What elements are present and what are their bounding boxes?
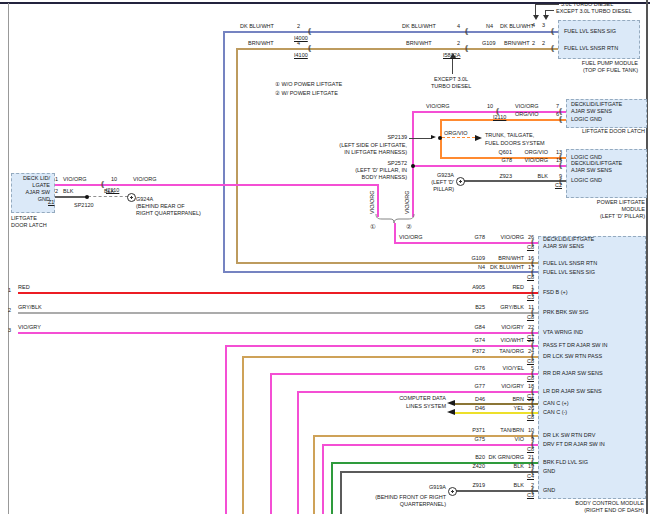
module-pin-connector-icon — [531, 486, 533, 493]
latch-right-pin7-name-l1: DECKLID/LIFTGATE — [571, 101, 622, 108]
wire-vioyel-h — [270, 373, 538, 375]
feed3-number: 3 — [8, 327, 11, 334]
latch-right-color2: VIO/ORG — [515, 103, 539, 110]
latch-right-org-color: ORG/VIO — [515, 111, 539, 118]
sig-pin4-label: 3 — [542, 22, 545, 29]
bcm-row-pin-name: VTA WRNG IND — [543, 329, 583, 336]
diesel-bracket1-h — [535, 4, 559, 5]
wire-red-feed — [18, 292, 538, 294]
fuel-sig-pin-name: FUEL LVL SENS SIG — [564, 28, 616, 35]
rtn-color3-label: BRN/WHT — [504, 40, 530, 47]
inline-connector-icon — [308, 27, 310, 34]
splice-sp2572-label: SP2572 — [347, 160, 407, 167]
module-pin-connector-icon — [531, 268, 533, 275]
bcm-row-pin-name: GND — [543, 468, 555, 475]
module-pin-connector-icon — [531, 308, 533, 315]
legend-line2: ② W/ POWER LIFTGATE — [275, 90, 338, 97]
rtn-pin1-label: 4 — [297, 40, 300, 47]
rtn-pin2-label: 2 — [457, 40, 460, 47]
wire-vioorg-to-latch-right — [412, 111, 566, 113]
bcm-row-pin-name: DECKLID/LIFTGATE — [543, 236, 594, 243]
wire-tanorg-h — [242, 356, 538, 358]
ground-g919a-loc1: (BEHIND FRONT OF RIGHT — [360, 494, 446, 501]
splice-sp2572-loc2: BODY HARNESS) — [330, 174, 407, 181]
frame-right-border — [646, 0, 648, 514]
module-pin-connector-icon — [531, 238, 533, 245]
wire-viogry2-h — [297, 391, 538, 393]
rtn-pin3-label: 2 — [532, 40, 535, 47]
trunk-system-note-l2: FUEL DOORS SYSTEM — [485, 140, 545, 147]
bcm-module-location: (RIGHT END OF DASH) — [544, 507, 644, 514]
rtn-color1-label: BRN/WHT — [248, 40, 274, 47]
bcm-row-pin-name: DR LCK SW RTN PASS — [543, 353, 602, 360]
bcm-row-pin-name: PASS FT DR AJAR SW IN — [543, 342, 608, 349]
module-pin-connector-icon — [559, 107, 561, 114]
wire-viogry-feed — [18, 332, 538, 334]
plm-r15-pin-name-l2: AJAR SW SENS — [571, 167, 612, 174]
wire-brnwht-vertical — [236, 48, 238, 263]
bcm-row-pin-name2: AJAR SW SENS — [543, 243, 584, 250]
inline-connector-icon — [308, 44, 310, 51]
rtn-circuit-label: G109 — [482, 40, 495, 47]
latch-right-pin7-name-l2: AJAR SW SENS — [571, 108, 612, 115]
module-pin-connector-icon — [559, 177, 561, 184]
wire-dkbluwht-top — [223, 31, 558, 33]
wire-z420-v — [340, 471, 342, 514]
latch-left-module-name-l1: LIFTGATE — [11, 215, 37, 222]
feed1-number: 1 — [8, 287, 11, 294]
latch-left-pin-name-1: DECK LID/ — [12, 175, 50, 182]
computer-data-note-l2: LINES SYSTEM — [366, 403, 446, 410]
bcm-row-pin-name: FSD B (+) — [543, 289, 568, 296]
sig-pin3-label: 4 — [532, 22, 535, 29]
branch2-color-label: VIO/ORG — [404, 190, 411, 214]
inline-connector-icon — [496, 107, 498, 114]
latch-right-pin10: 10 — [487, 103, 493, 110]
inline-connector-icon — [465, 44, 467, 51]
splice-sp2139-loc1: (LEFT SIDE OF LIFTGATE, — [330, 142, 407, 149]
ground-g923a-label: G923A — [426, 172, 454, 179]
latch-left-pin-name-4: GND — [12, 196, 50, 203]
latch-left-pin2: 2 — [55, 188, 58, 195]
module-pin-connector-icon — [559, 161, 561, 168]
wire-viowht-h — [225, 345, 538, 347]
inline-connector-icon — [465, 27, 467, 34]
splice-sp2572-dot — [411, 164, 415, 168]
inline-connector-icon — [101, 180, 103, 187]
module-pin-connector-icon — [559, 115, 561, 122]
wire-vioyel-v — [270, 373, 272, 514]
bcm-row-pin-name: RR DR AJAR SW SENS — [543, 370, 603, 377]
wire-z420-h — [340, 471, 538, 473]
feed1-color: RED — [18, 284, 30, 291]
connector-i5802a-label: I5802A — [443, 52, 460, 59]
wire-orgvio-dashed-branch — [442, 137, 475, 138]
module-pin-connector-icon — [531, 467, 533, 474]
fuel-pump-module-box — [558, 20, 640, 59]
wire-vioorg-merged-v — [394, 223, 396, 242]
bcm-row-pin-name: CAN C (+) — [543, 400, 569, 407]
plm-r15-pin-name-l1: DECKLID/LIFTGATE — [571, 160, 622, 167]
latch-left-gnd-color2: BLK — [104, 188, 114, 195]
bcm-row-pin-name: GND — [543, 487, 555, 494]
sig-color2-label: DK BLU/WHT — [402, 23, 436, 30]
circuit-z1-label: Z1 — [48, 199, 54, 206]
splice-sp2139-label: SP2139 — [347, 134, 407, 141]
bcm-row-pin-name: BRK FLD LVL SIG — [543, 459, 588, 466]
wire-dkbluwht-to-bcm — [223, 271, 538, 273]
ground-g924a-loc2: RIGHT QUARTERPANEL) — [136, 210, 201, 217]
feed3-color: VIO/GRY — [18, 324, 41, 331]
ground-g924a-label: G924A — [136, 196, 153, 203]
frame-left-border — [8, 3, 9, 514]
latch-right-pin6-name: LOGIC GND — [571, 116, 602, 123]
latch-left-sig-color2: VIO/ORG — [133, 176, 157, 183]
sig-pin2-label: 4 — [457, 23, 460, 30]
bcm-module-name: BODY CONTROL MODULE — [544, 500, 644, 507]
ground-g919a-label: G919A — [410, 484, 446, 491]
module-pin-connector-icon — [531, 352, 533, 359]
module-pin-connector-icon — [531, 369, 533, 376]
bcm-row-pin-name: CAN C (-) — [543, 409, 567, 416]
wire-viowht-v — [225, 345, 227, 514]
connector-i4100-label: I4100 — [294, 52, 308, 59]
module-pin-connector-icon — [551, 27, 553, 34]
sig-circuit-label: N4 — [486, 23, 493, 30]
computer-data-note-l1: COMPUTER DATA — [366, 395, 446, 402]
